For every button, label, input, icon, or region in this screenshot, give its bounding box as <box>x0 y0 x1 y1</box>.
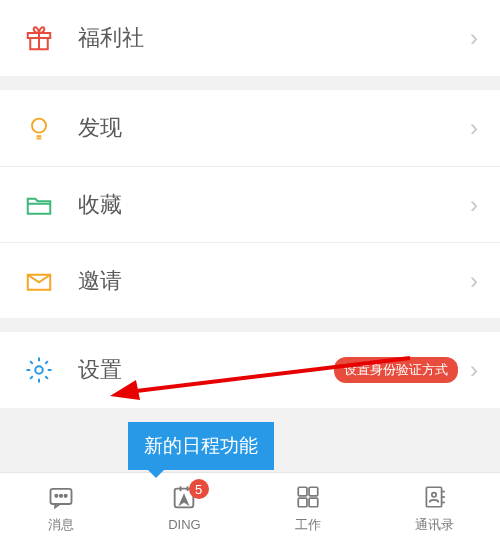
tab-messages[interactable]: 消息 <box>46 482 76 534</box>
svg-point-8 <box>35 366 43 374</box>
tab-work[interactable]: 工作 <box>293 482 323 534</box>
chevron-right-icon: › <box>470 114 478 142</box>
svg-point-13 <box>60 494 62 496</box>
svg-point-12 <box>55 494 57 496</box>
tooltip-text: 新的日程功能 <box>144 435 258 456</box>
contacts-icon <box>419 482 449 512</box>
folder-icon <box>22 188 56 222</box>
tab-label: 消息 <box>48 516 74 534</box>
tab-ding[interactable]: 5 DING <box>168 483 201 532</box>
notification-badge: 5 <box>189 479 209 499</box>
chevron-right-icon: › <box>470 356 478 384</box>
menu-label: 发现 <box>78 113 470 143</box>
chevron-right-icon: › <box>470 267 478 295</box>
svg-rect-22 <box>309 498 318 507</box>
svg-rect-21 <box>298 498 307 507</box>
grid-icon <box>293 482 323 512</box>
chat-icon <box>46 482 76 512</box>
menu-welfare[interactable]: 福利社 › <box>0 0 500 76</box>
tab-label: 通讯录 <box>415 516 454 534</box>
menu-invite[interactable]: 邀请 › <box>0 242 500 318</box>
gift-icon <box>22 21 56 55</box>
menu-label: 设置 <box>78 355 334 385</box>
chevron-right-icon: › <box>470 191 478 219</box>
menu-settings[interactable]: 设置 设置身份验证方式 › <box>0 332 500 408</box>
svg-point-3 <box>32 119 46 133</box>
svg-point-14 <box>65 494 67 496</box>
menu-label: 福利社 <box>78 23 470 53</box>
menu-discover[interactable]: 发现 › <box>0 90 500 166</box>
chevron-right-icon: › <box>470 24 478 52</box>
tab-label: 工作 <box>295 516 321 534</box>
envelope-icon <box>22 264 56 298</box>
tab-contacts[interactable]: 通讯录 <box>415 482 454 534</box>
section-1: 福利社 › <box>0 0 500 76</box>
gear-icon <box>22 353 56 387</box>
svg-marker-18 <box>181 496 188 504</box>
tab-bar: 消息 5 DING 工作 通讯录 <box>0 472 500 542</box>
svg-point-27 <box>432 492 436 496</box>
menu-label: 收藏 <box>78 190 470 220</box>
section-3: 设置 设置身份验证方式 › <box>0 332 500 408</box>
section-2: 发现 › 收藏 › 邀请 › <box>0 90 500 318</box>
bulb-icon <box>22 111 56 145</box>
menu-favorites[interactable]: 收藏 › <box>0 166 500 242</box>
menu-label: 邀请 <box>78 266 470 296</box>
tab-label: DING <box>168 517 201 532</box>
tooltip-new-schedule: 新的日程功能 <box>128 422 274 470</box>
settings-badge: 设置身份验证方式 <box>334 357 458 383</box>
svg-rect-20 <box>309 487 318 496</box>
svg-rect-19 <box>298 487 307 496</box>
